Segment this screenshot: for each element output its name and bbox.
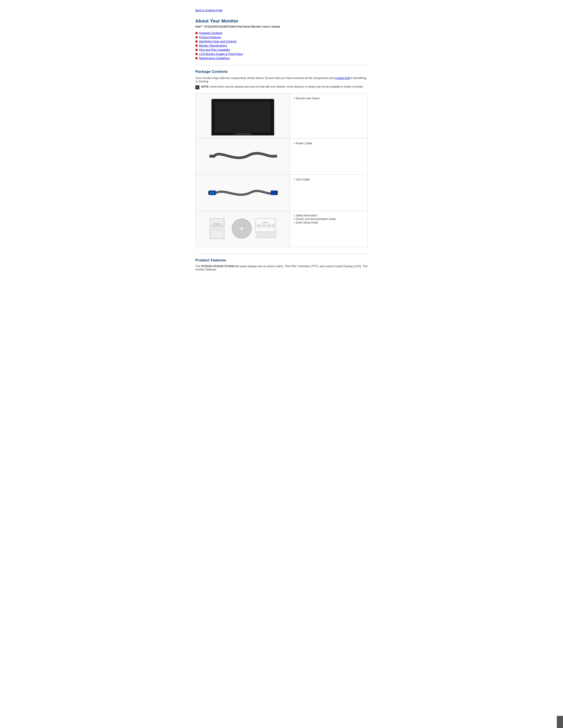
nav-link-lcd-quality[interactable]: LCD Monitor Quality & Pixel Policy <box>199 52 243 56</box>
nav-item-maintenance: Maintenance Guidelines <box>195 56 368 60</box>
svg-rect-36 <box>256 232 276 238</box>
note-text: NOTE: Some items may be optional and may… <box>201 85 364 88</box>
nav-link-product-features[interactable]: Product Features <box>199 36 221 39</box>
svg-rect-4 <box>232 134 253 135</box>
svg-text:Dell Monitors: Dell Monitors <box>213 223 221 225</box>
bullet-icon <box>195 36 197 38</box>
svg-rect-34 <box>267 224 271 227</box>
bullet-icon <box>195 45 197 47</box>
note-icon: ✓ <box>195 85 199 89</box>
power-cable-image <box>198 141 288 172</box>
bullet-icon <box>195 53 197 55</box>
package-contents-title: Package Contents <box>195 70 368 74</box>
svg-rect-7 <box>273 155 277 158</box>
table-row-docs: Dell Monitors Product Information Guide … <box>195 211 368 247</box>
about-title: About Your Monitor <box>195 19 368 24</box>
divider-1 <box>195 65 368 65</box>
vga-cable-image <box>198 177 288 208</box>
bullet-icon <box>195 49 197 51</box>
power-cable-label: l Power Cable <box>294 142 364 145</box>
monitor-image-cell: DELL <box>195 94 290 139</box>
nav-link-specifications[interactable]: Monitor Specifications <box>199 44 227 47</box>
svg-rect-6 <box>209 155 215 158</box>
vga-cable-label: l VGA Cable <box>294 178 364 181</box>
power-cable-image-cell <box>195 139 290 175</box>
vga-cable-image-cell <box>195 175 290 211</box>
product-features-section: Product Features The ST2210/ ST2310/ ST2… <box>195 258 368 271</box>
nav-item-package-contents: Package Contents <box>195 31 368 35</box>
docs-image-cell: Dell Monitors Product Information Guide … <box>195 211 290 247</box>
svg-point-15 <box>211 192 212 193</box>
divider-2 <box>195 254 368 254</box>
svg-point-28 <box>240 227 243 230</box>
svg-point-16 <box>213 192 214 193</box>
about-subtitle: Dell™ ST2210/ST2310/ST2410 Flat Panel Mo… <box>195 25 368 28</box>
power-cable-desc-cell: l Power Cable <box>290 139 368 175</box>
svg-rect-21 <box>210 219 224 238</box>
table-row-power-cable: l Power Cable <box>195 139 368 175</box>
drivers-text: Drivers and Documentation media <box>296 218 336 221</box>
svg-point-14 <box>210 192 211 193</box>
product-features-title: Product Features <box>195 258 368 262</box>
docs-item-safety: l Safety Information <box>294 214 364 217</box>
svg-rect-35 <box>271 224 274 227</box>
docs-item-quickguide: l Quick Setup Guide <box>294 221 364 224</box>
bullet-icon <box>195 40 197 43</box>
svg-text:Quick Setup: Quick Setup <box>263 222 268 223</box>
about-nav-list: Package Contents Product Features Identi… <box>195 31 368 60</box>
package-intro-text: Your monitor ships with the components s… <box>195 76 368 83</box>
nav-item-plug-play: Plug and Play Capability <box>195 48 368 51</box>
nav-link-package-contents[interactable]: Package Contents <box>199 31 222 35</box>
svg-rect-13 <box>276 191 278 194</box>
product-model-bold: ST2210/ ST2310/ ST2410 <box>201 265 234 268</box>
nav-item-lcd-quality: LCD Monitor Quality & Pixel Policy <box>195 52 368 56</box>
quickguide-text: Quick Setup Guide <box>296 221 318 224</box>
note-body: Some items may be optional and may not s… <box>210 85 364 88</box>
contents-table: DELL l Monitor with Stand <box>195 93 368 247</box>
table-row-vga-cable: l VGA Cable <box>195 175 368 211</box>
nav-link-identifying-parts[interactable]: Identifying Parts and Controls <box>199 40 237 43</box>
docs-image: Dell Monitors Product Information Guide … <box>198 213 288 244</box>
contact-dell-link[interactable]: contact Dell <box>335 76 350 80</box>
monitor-image: DELL <box>198 96 288 135</box>
table-row-monitor: DELL l Monitor with Stand <box>195 94 368 139</box>
about-section: About Your Monitor Dell™ ST2210/ST2310/S… <box>195 19 368 60</box>
bullet-icon <box>195 57 197 59</box>
nav-link-plug-play[interactable]: Plug and Play Capability <box>199 48 230 51</box>
svg-rect-2 <box>214 101 271 133</box>
svg-rect-33 <box>262 224 266 227</box>
svg-point-17 <box>210 193 211 194</box>
vga-cable-text: VGA Cable <box>296 178 310 181</box>
note-box: ✓ NOTE: Some items may be optional and m… <box>195 85 368 89</box>
svg-point-19 <box>213 193 214 194</box>
svg-rect-10 <box>209 191 216 195</box>
docs-item-list: l Safety Information l Drivers and Docum… <box>294 214 364 224</box>
svg-text:Product Information Guide: Product Information Guide <box>211 225 223 227</box>
monitor-label: l Monitor with Stand <box>294 97 364 100</box>
vga-cable-desc-cell: l VGA Cable <box>290 175 368 211</box>
svg-rect-32 <box>257 224 261 227</box>
nav-item-product-features: Product Features <box>195 36 368 39</box>
docs-desc-cell: l Safety Information l Drivers and Docum… <box>290 211 368 247</box>
package-contents-section: Package Contents Your monitor ships with… <box>195 70 368 247</box>
back-to-contents-link[interactable]: Back to Contents Page <box>195 9 368 12</box>
docs-item-drivers: l Drivers and Documentation media <box>294 218 364 221</box>
svg-point-18 <box>211 193 212 194</box>
monitor-with-stand-text: Monitor with Stand <box>296 97 320 100</box>
nav-item-identifying-parts: Identifying Parts and Controls <box>195 40 368 43</box>
nav-link-maintenance[interactable]: Maintenance Guidelines <box>199 56 229 60</box>
svg-rect-11 <box>208 191 210 194</box>
product-features-text: The ST2210/ ST2310/ ST2410 flat panel di… <box>195 265 368 271</box>
nav-item-specifications: Monitor Specifications <box>195 44 368 47</box>
bullet-icon <box>195 32 197 34</box>
power-cable-text: Power Cable <box>296 142 312 145</box>
monitor-desc-cell: l Monitor with Stand <box>290 94 368 139</box>
safety-info-text: Safety Information <box>296 214 317 217</box>
